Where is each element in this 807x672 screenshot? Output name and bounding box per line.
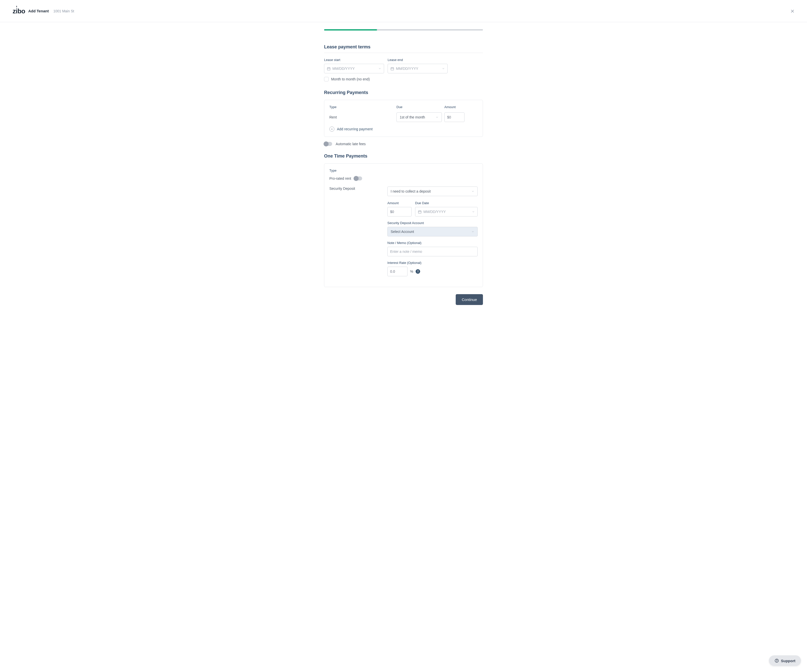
rent-amount-input[interactable] [447, 115, 462, 119]
rent-amount-input-wrap[interactable] [444, 113, 465, 122]
svg-rect-8 [418, 211, 421, 213]
deposit-account-select[interactable]: Select Account [387, 227, 478, 237]
logo-text: zibo [13, 8, 25, 14]
late-fees-label: Automatic late fees [335, 142, 366, 146]
lease-start-field[interactable] [332, 66, 377, 71]
prorated-label: Pro-rated rent [329, 176, 351, 180]
info-icon[interactable]: ! [416, 269, 420, 274]
section-onetime-title: One Time Payments [324, 154, 483, 159]
rate-input[interactable] [390, 270, 405, 273]
lease-end-label: Lease end [388, 58, 448, 62]
deposit-due-label: Due Date [415, 201, 478, 205]
rent-due-select[interactable]: 1st of the month [397, 113, 442, 122]
plus-icon: + [329, 127, 334, 132]
section-lease-terms-title: Lease payment terms [324, 45, 483, 53]
deposit-due-input[interactable] [415, 207, 478, 217]
recurring-type-header: Type [329, 105, 397, 109]
deposit-account-label: Security Deposit Account [387, 221, 478, 225]
toggle-knob [354, 176, 359, 181]
continue-button[interactable]: Continue [456, 294, 483, 305]
onetime-type-header: Type [329, 169, 478, 172]
onetime-panel: Type Pro-rated rent Security Deposit I n… [324, 163, 483, 287]
calendar-icon [418, 210, 422, 214]
add-recurring-button[interactable]: + Add recurring payment [329, 127, 478, 132]
toggle-knob [324, 141, 329, 146]
section-recurring-title: Recurring Payments [324, 90, 483, 95]
deposit-amount-input[interactable] [390, 210, 409, 214]
lease-end-input[interactable] [388, 64, 448, 73]
chevron-down-icon [472, 230, 474, 233]
note-input-wrap[interactable] [387, 247, 478, 257]
chevron-down-icon [378, 67, 381, 70]
deposit-due-field[interactable] [423, 210, 470, 214]
header: zibo Add Tenant 1001 Main St × [0, 0, 807, 22]
chevron-down-icon [472, 190, 474, 193]
progress-bar [324, 29, 483, 30]
deposit-amount-input-wrap[interactable] [387, 207, 412, 217]
chevron-down-icon [435, 116, 438, 119]
deposit-select[interactable]: I need to collect a deposit [387, 187, 478, 196]
rent-due-value: 1st of the month [400, 115, 425, 119]
month-to-month-label: Month to month (no end) [331, 77, 370, 81]
deposit-account-value: Select Account [391, 230, 414, 233]
chevron-down-icon [472, 210, 475, 213]
page-subtitle: 1001 Main St [53, 9, 74, 13]
lease-end-field[interactable] [396, 66, 440, 71]
page-title: Add Tenant [28, 9, 49, 13]
deposit-amount-label: Amount [387, 201, 412, 205]
add-recurring-label: Add recurring payment [337, 127, 373, 131]
prorated-toggle[interactable] [354, 176, 362, 180]
month-to-month-checkbox[interactable] [324, 77, 329, 81]
note-label: Note / Memo (Optional) [387, 241, 478, 245]
chevron-down-icon [442, 67, 445, 70]
rate-input-wrap[interactable] [387, 266, 407, 276]
close-icon: × [790, 7, 794, 15]
late-fees-toggle[interactable] [324, 142, 332, 146]
deposit-label: Security Deposit [329, 187, 355, 190]
main-content: Lease payment terms Lease start Lease en… [324, 22, 483, 315]
svg-rect-0 [327, 68, 330, 70]
svg-rect-4 [391, 68, 394, 70]
note-input[interactable] [390, 250, 475, 253]
deposit-select-value: I need to collect a deposit [391, 189, 431, 193]
progress-fill [324, 29, 377, 30]
recurring-amount-header: Amount [444, 105, 478, 109]
lease-start-input[interactable] [324, 64, 384, 73]
calendar-icon [327, 67, 330, 71]
close-button[interactable]: × [790, 8, 794, 14]
recurring-due-header: Due [397, 105, 444, 109]
lease-start-label: Lease start [324, 58, 384, 62]
percent-symbol: % [410, 270, 413, 273]
rent-label: Rent [329, 115, 397, 119]
recurring-panel: Type Due Amount Rent 1st of the month [324, 100, 483, 137]
calendar-icon [390, 67, 394, 71]
logo: zibo [13, 8, 25, 14]
rate-label: Interest Rate (Optional) [387, 261, 478, 265]
